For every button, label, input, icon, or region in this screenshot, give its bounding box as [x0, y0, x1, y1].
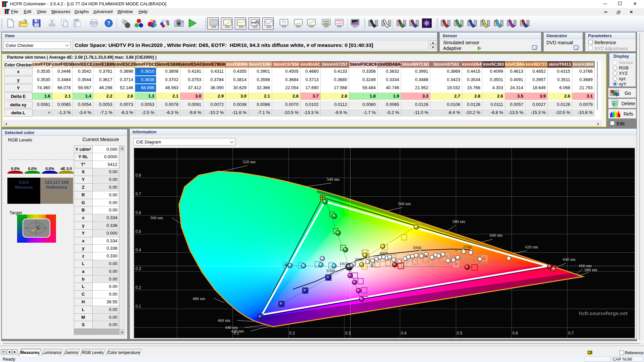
svg-text:?: ?	[107, 20, 110, 26]
